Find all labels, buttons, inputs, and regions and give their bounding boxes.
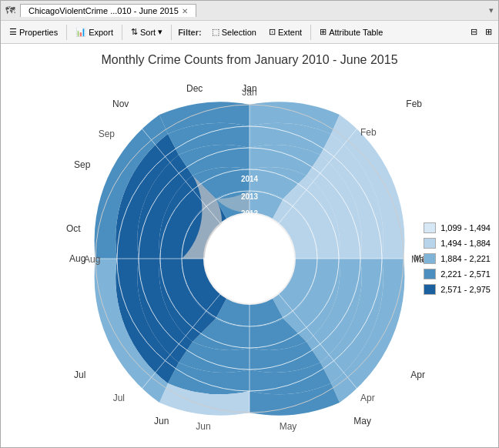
sort-icon: ⇅ [131,27,138,37]
export-icon: 📊 [75,27,86,37]
toolbar-right: ⊟ ⊞ [467,25,495,39]
window-controls: ▾ [489,5,494,15]
legend-item-3: 1,884 - 2,221 [424,253,491,264]
title-bar-left: 🗺 ChicagoViolentCrime ...010 - June 2015… [5,4,196,17]
tab-close-button[interactable]: ✕ [182,7,188,15]
app-icon: 🗺 [5,5,15,16]
legend-item-1: 1,099 - 1,494 [424,222,491,233]
legend-label-1: 1,099 - 1,494 [440,223,491,232]
table-icon: ⊞ [320,27,327,37]
extent-button[interactable]: ⊡ Extent [263,25,307,39]
month-label-may: May [280,421,297,432]
chart-content: Monthly Crime Counts from January 2010 -… [1,44,498,447]
legend-item-5: 2,571 - 2,975 [424,284,491,295]
export-label: Export [89,28,113,37]
year-label-2014: 2014 [241,175,259,183]
properties-label: Properties [19,28,58,37]
selection-label: Selection [222,28,256,37]
center-circle [205,214,294,303]
config-button[interactable]: ⊟ [467,25,481,39]
polar-chart-container: 2010 2011 2012 2013 2014 Jan Feb Mar Apr… [72,82,427,436]
extent-icon: ⊡ [269,27,276,37]
attribute-table-button[interactable]: ⊞ Attribute Table [314,25,388,39]
extent-label: Extent [278,28,302,37]
selection-button[interactable]: ⬚ Selection [206,25,262,39]
legend-label-4: 2,221 - 2,571 [440,269,491,279]
properties-button[interactable]: ☰ Properties [4,25,63,39]
attribute-table-label: Attribute Table [329,28,383,37]
main-window: 🗺 ChicagoViolentCrime ...010 - June 2015… [0,0,499,448]
selection-icon: ⬚ [212,27,219,37]
toolbar-sep-4 [310,25,311,40]
sort-button[interactable]: ⇅ Sort ▾ [126,25,168,39]
month-label-jun: Jun [196,421,210,432]
month-label-sep: Sep [99,129,116,139]
tab-label: ChicagoViolentCrime ...010 - June 2015 [28,6,179,15]
legend-label-2: 1,494 - 1,884 [440,239,491,248]
month-label-apr: Apr [360,393,375,403]
month-label-jul: Jul [113,393,125,403]
legend-swatch-2 [424,238,436,249]
polar-chart-svg: 2010 2011 2012 2013 2014 Jan Feb Mar Apr… [72,82,427,436]
toolbar: ☰ Properties 📊 Export ⇅ Sort ▾ Filter: ⬚… [1,21,498,44]
properties-icon: ☰ [9,27,17,37]
legend-item-4: 2,221 - 2,571 [424,269,491,279]
toolbar-sep-2 [122,25,122,40]
filter-label: Filter: [175,28,205,37]
toolbar-sep-3 [171,25,172,40]
legend-swatch-3 [424,253,436,264]
active-tab[interactable]: ChicagoViolentCrime ...010 - June 2015 ✕ [20,4,196,17]
chart-area: 2010 2011 2012 2013 2014 Jan Feb Mar Apr… [1,70,498,447]
sort-dropdown-icon: ▾ [158,27,162,37]
month-label-aug: Aug [84,254,100,265]
month-label-jan: Jan [242,87,256,98]
year-label-2013: 2013 [241,192,259,201]
title-bar: 🗺 ChicagoViolentCrime ...010 - June 2015… [1,1,498,21]
export-button[interactable]: 📊 Export [70,25,119,39]
legend: 1,099 - 1,494 1,494 - 1,884 1,884 - 2,22… [424,222,491,295]
grid-button[interactable]: ⊞ [482,25,495,39]
chart-title: Monthly Crime Counts from January 2010 -… [101,53,397,67]
legend-label-3: 1,884 - 2,221 [440,254,491,263]
legend-item-2: 1,494 - 1,884 [424,238,491,249]
toolbar-sep-1 [66,25,67,40]
legend-swatch-1 [424,222,436,233]
sort-label: Sort [140,28,156,37]
month-label-feb: Feb [360,127,377,138]
legend-swatch-5 [424,284,436,295]
legend-swatch-4 [424,269,436,279]
legend-label-5: 2,571 - 2,975 [440,285,491,294]
